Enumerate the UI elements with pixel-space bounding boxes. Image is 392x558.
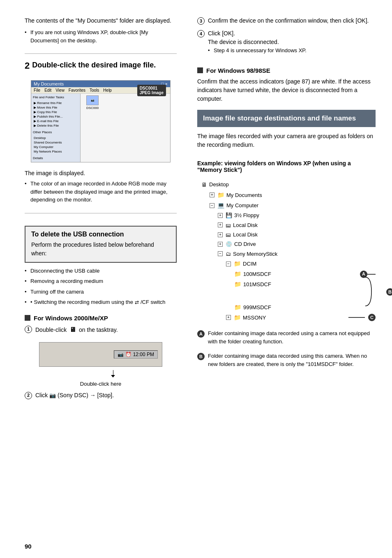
delete-usb-intro: Perform the procedures listed below befo… bbox=[31, 241, 170, 258]
annotation-a-text: Folder containing image data recorded us… bbox=[208, 329, 376, 345]
win98-text: Confirm that the access indicators (page… bbox=[197, 77, 376, 103]
intro-text: The contents of the "My Documents" folde… bbox=[25, 16, 177, 25]
image-displayed: The image is displayed. bbox=[25, 170, 177, 176]
folder-999msdcf-label: 999MSDCF bbox=[243, 303, 271, 312]
step-4: 4 Click [OK]. The device is disconnected… bbox=[197, 29, 376, 57]
tree-my-documents: + 📁 My Documents bbox=[201, 190, 376, 200]
tree-desktop: 🖥 Desktop bbox=[201, 180, 376, 190]
tree-floppy: + 💾 3½ Floppy bbox=[201, 211, 376, 220]
tree-cd-drive: + 💿 CD Drive bbox=[201, 239, 376, 249]
desktop-icon: 🖥 bbox=[201, 180, 207, 190]
win98-heading-container: For Windows 98/98SE bbox=[197, 67, 376, 74]
square-bullet-win2000 bbox=[25, 315, 30, 321]
screenshot-my-documents: My Documents □ × FileEditViewFavoritesTo… bbox=[31, 80, 171, 162]
divider-2 bbox=[25, 213, 177, 213]
plus-icon-cd: + bbox=[218, 242, 223, 247]
sidebar-item-1: ▶ Rename this File bbox=[33, 101, 78, 105]
minus-icon-dcim: − bbox=[226, 262, 231, 266]
double-click-label: Double-click here bbox=[25, 381, 177, 387]
bullet-remove: Removing a recording medium bbox=[25, 277, 177, 285]
clock-time: 12:00 PM bbox=[133, 352, 154, 357]
sidebar-group-3: Details bbox=[33, 156, 78, 160]
example-heading: Example: viewing folders on Windows XP (… bbox=[197, 160, 376, 173]
step-2-label: Double-click the desired image file. bbox=[32, 60, 156, 70]
memorystick-icon: 🗂 bbox=[226, 249, 231, 259]
step1-text: Double-click 🖥 on the tasktray. bbox=[35, 325, 118, 335]
sidebar-item-6: ▶ Delete this File bbox=[33, 123, 78, 128]
bullet-turnoff: Turning off the camera bbox=[25, 288, 177, 296]
circle-2: 2 bbox=[25, 392, 32, 399]
annotation-b-block: B Folder containing image data recorded … bbox=[197, 352, 376, 368]
folder-100msdcf-label: 100MSDCF bbox=[243, 269, 271, 279]
minus-icon-mycomputer: − bbox=[210, 203, 214, 208]
cd-icon: 💿 bbox=[226, 239, 232, 249]
tree-local-disk-1: + 🖴 Local Disk bbox=[201, 220, 376, 230]
bullet-disconnect: Disconnecting the USB cable bbox=[25, 267, 177, 275]
sidebar-item-3: ▶ Copy this File bbox=[33, 110, 78, 114]
step-2-heading: 2 Double-click the desired image file. bbox=[25, 60, 177, 71]
mssony-label: MSSONY bbox=[243, 313, 266, 322]
sidebar-group-2: Other Places bbox=[33, 130, 78, 134]
step-2-sony-dsc: 2 Click 📷 (Sony DSC) → [Stop]. bbox=[25, 391, 177, 400]
my-documents-label: My Documents bbox=[226, 190, 262, 200]
tree-mssony: + 📁 MSSONY bbox=[201, 313, 348, 323]
folder-101msdcf-label: 101MSDCF bbox=[243, 280, 271, 289]
tree-my-computer: − 💻 My Computer bbox=[201, 200, 376, 211]
annotation-circle-a: A bbox=[197, 330, 205, 338]
circle-4: 4 bbox=[197, 30, 205, 37]
step2-text: Click 📷 (Sony DSC) → [Stop]. bbox=[35, 391, 114, 400]
tree-memory-stick: − 🗂 Sony MemoryStick bbox=[201, 249, 376, 259]
sidebar-item-2: ▶ Move this File bbox=[33, 105, 78, 110]
step4-sub2: Step 4 is unnecessary for Windows XP. bbox=[208, 46, 307, 55]
file-icon-1: 📷 DSC000 bbox=[82, 95, 103, 110]
divider-1 bbox=[25, 53, 177, 54]
step-1-tasktray: 1 Double-click 🖥 on the tasktray. bbox=[25, 325, 177, 335]
annotation-a-block: A Folder containing image data recorded … bbox=[197, 329, 376, 345]
sidebar-item-8: Shared Documents bbox=[33, 140, 78, 145]
win98-heading: For Windows 98/98SE bbox=[206, 67, 270, 74]
cd-drive-label: CD Drive bbox=[234, 239, 256, 249]
plus-icon-mydocs: + bbox=[210, 192, 214, 197]
my-computer-label: My Computer bbox=[226, 201, 258, 210]
annotation-b-text: Folder containing image data recorded us… bbox=[208, 352, 376, 368]
dcim-folder-icon: 📁 bbox=[234, 259, 241, 269]
computer-icon: 💻 bbox=[217, 200, 224, 211]
clock-icon: ⏰ bbox=[125, 352, 131, 357]
page: The contents of the "My Documents" folde… bbox=[0, 0, 392, 558]
win2000-heading-container: For Windows 2000/Me/XP bbox=[25, 315, 177, 322]
left-column: The contents of the "My Documents" folde… bbox=[0, 0, 189, 558]
plus-icon-mssony: + bbox=[226, 315, 231, 320]
bullet-switch-text: Switching the recording medium using the bbox=[34, 298, 133, 306]
plus-icon-floppy: + bbox=[218, 213, 223, 218]
sidebar-item-7: Desktop bbox=[33, 136, 78, 140]
file-tree: 🖥 Desktop + 📁 My Documents − 💻 My Comput… bbox=[201, 180, 376, 323]
cf-switch-text: /CF switch bbox=[141, 298, 166, 306]
image-storage-title: Image file storage destinations and file… bbox=[197, 110, 376, 127]
step-3: 3 Confirm the device on the confirmation… bbox=[197, 16, 376, 25]
floppy-icon: 💾 bbox=[226, 211, 232, 220]
delete-usb-title: To delete the USB connection bbox=[31, 231, 170, 238]
step4-sub1: The device is disconnected. bbox=[208, 38, 307, 46]
sidebar-item-10: My Network Places bbox=[33, 149, 78, 154]
sidebar-item-4: ▶ Publish this File... bbox=[33, 114, 78, 119]
sidebar-item-5: ▶ E-mail this File bbox=[33, 119, 78, 123]
image-storage-intro: The image files recorded with your camer… bbox=[197, 132, 376, 149]
sidebar-item-9: My Computer bbox=[33, 145, 78, 149]
intro-bullet: If you are not using Windows XP, double-… bbox=[25, 28, 177, 44]
tasktray-clock: 📷 ⏰ 12:00 PM bbox=[114, 350, 158, 359]
switch-icon: ⇄ bbox=[135, 299, 139, 306]
folder-mydocs-icon: 📁 bbox=[217, 190, 224, 200]
minus-icon-memorystick: − bbox=[218, 251, 223, 256]
tree-dcim: − 📁 DCIM bbox=[201, 259, 376, 269]
memory-stick-label: Sony MemoryStick bbox=[233, 249, 277, 259]
tasktray-box: 📷 ⏰ 12:00 PM bbox=[39, 342, 162, 367]
hdd-icon-1: 🖴 bbox=[226, 220, 231, 230]
brace-b bbox=[363, 275, 384, 308]
hdd-icon-2: 🖴 bbox=[226, 230, 231, 239]
step3-text: Confirm the device on the confirmation w… bbox=[208, 16, 369, 25]
circle-1: 1 bbox=[25, 326, 32, 333]
delete-usb-section: To delete the USB connection Perform the… bbox=[25, 226, 177, 263]
page-number: 90 bbox=[25, 543, 32, 550]
image-color-bullet: The color of an image recorded in Adobe … bbox=[25, 180, 177, 204]
badge-b: B bbox=[386, 288, 392, 296]
